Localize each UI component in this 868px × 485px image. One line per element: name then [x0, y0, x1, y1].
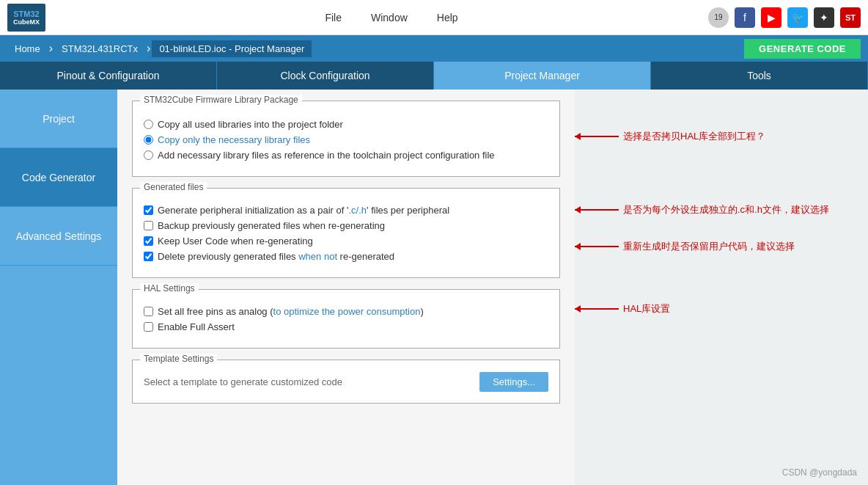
template-row: Select a template to generate customized…: [144, 372, 548, 392]
tab-clock[interactable]: Clock Configuration: [217, 62, 434, 90]
menu-window[interactable]: Window: [371, 12, 408, 23]
facebook-icon[interactable]: f: [735, 7, 755, 28]
gen-option-4: Delete previously generated files when n…: [144, 251, 548, 262]
gen-checkbox-1[interactable]: [144, 205, 153, 215]
main-layout: Project Code Generator Advanced Settings…: [0, 90, 868, 485]
menu-bar: STM32 CubeMX File Window Help 19 f ▶ 🐦 ✦…: [0, 0, 868, 35]
sidebar-item-project[interactable]: Project: [0, 90, 117, 148]
annotation-3: 重新生成时是否保留用户代码，建议选择: [575, 240, 795, 253]
firmware-group: STM32Cube Firmware Library Package Copy …: [132, 101, 560, 177]
breadcrumb-home[interactable]: Home: [7, 40, 48, 57]
logo-stm: STM32: [13, 10, 39, 18]
content-area: STM32Cube Firmware Library Package Copy …: [117, 90, 575, 485]
gen-option-1: Generate peripheral initialization as a …: [144, 205, 548, 216]
annotation-3-text: 重新生成时是否保留用户代码，建议选择: [623, 240, 795, 253]
hal-checkbox-1[interactable]: [144, 307, 153, 316]
tab-pinout[interactable]: Pinout & Configuration: [0, 62, 217, 90]
hal-group-title: HAL Settings: [140, 283, 199, 293]
annotation-1-text: 选择是否拷贝HAL库全部到工程？: [623, 130, 765, 143]
annotation-4: HAL库设置: [575, 302, 670, 316]
template-group: Template Settings Select a template to g…: [132, 360, 560, 404]
hal-checkbox-2[interactable]: [144, 322, 153, 332]
gen-label-4[interactable]: Delete previously generated files when n…: [158, 251, 394, 262]
tab-tools[interactable]: Tools: [651, 62, 868, 90]
logo-cube: CubeMX: [13, 18, 40, 26]
menu-items: File Window Help: [75, 12, 708, 23]
sidebar-item-advanced-settings[interactable]: Advanced Settings: [0, 207, 117, 266]
generate-code-button[interactable]: GENERATE CODE: [744, 39, 861, 59]
content-and-annotations: STM32Cube Firmware Library Package Copy …: [117, 90, 868, 485]
hal-group: HAL Settings Set all free pins as analog…: [132, 289, 560, 349]
gen-checkbox-4[interactable]: [144, 252, 153, 261]
menu-help[interactable]: Help: [437, 12, 458, 23]
logo-area: STM32 CubeMX: [7, 4, 45, 32]
gen-label-1[interactable]: Generate peripheral initialization as a …: [158, 205, 449, 216]
tab-bar: Pinout & Configuration Clock Configurati…: [0, 62, 868, 90]
annotation-4-text: HAL库设置: [623, 302, 670, 316]
social-icons: 19 f ▶ 🐦 ✦ ST: [708, 7, 861, 28]
hal-label-1[interactable]: Set all free pins as analog (to optimize…: [158, 306, 424, 317]
logo: STM32 CubeMX: [7, 4, 45, 32]
annotations-panel: 选择是否拷贝HAL库全部到工程？ 是否为每个外设生成独立的.c和.h文件，建议选…: [575, 90, 868, 485]
generated-files-group: Generated files Generate peripheral init…: [132, 188, 560, 278]
sidebar-item-code-generator[interactable]: Code Generator: [0, 148, 117, 207]
breadcrumb-bar: Home › STM32L431RCTx › 01-blinkLED.ioc -…: [0, 35, 868, 62]
gen-option-2: Backup previously generated files when r…: [144, 220, 548, 231]
firmware-option-1: Copy all used libraries into the project…: [144, 119, 548, 130]
firmware-radio-1[interactable]: [144, 120, 153, 129]
gen-label-2[interactable]: Backup previously generated files when r…: [158, 220, 385, 231]
gen-checkbox-3[interactable]: [144, 236, 153, 246]
firmware-label-3[interactable]: Add necessary library files as reference…: [158, 150, 495, 161]
firmware-group-title: STM32Cube Firmware Library Package: [140, 95, 302, 105]
template-description: Select a template to generate customized…: [144, 376, 472, 387]
firmware-radio-3[interactable]: [144, 150, 153, 160]
breadcrumb-device[interactable]: STM32L431RCTx: [54, 40, 145, 57]
hal-label-2[interactable]: Enable Full Assert: [158, 321, 235, 332]
hal-option-2: Enable Full Assert: [144, 321, 548, 332]
firmware-label-2[interactable]: Copy only the necessary library files: [158, 134, 310, 145]
breadcrumb-arrow-1: ›: [49, 42, 53, 55]
twitter-icon[interactable]: 🐦: [787, 7, 808, 28]
youtube-icon[interactable]: ▶: [761, 7, 781, 28]
watermark: CSDN @yongdada: [782, 467, 857, 478]
template-group-title: Template Settings: [140, 354, 217, 364]
firmware-option-2: Copy only the necessary library files: [144, 134, 548, 145]
version-icon: 19: [708, 7, 729, 28]
gen-label-3[interactable]: Keep User Code when re-generating: [158, 236, 313, 247]
network-icon[interactable]: ✦: [814, 7, 834, 28]
gen-checkbox-2[interactable]: [144, 221, 153, 230]
firmware-option-3: Add necessary library files as reference…: [144, 150, 548, 161]
annotation-1: 选择是否拷贝HAL库全部到工程？: [575, 130, 765, 143]
st-icon[interactable]: ST: [840, 7, 861, 28]
gen-option-3: Keep User Code when re-generating: [144, 236, 548, 247]
hal-option-1: Set all free pins as analog (to optimize…: [144, 306, 548, 317]
template-settings-button[interactable]: Settings...: [479, 372, 548, 392]
annotation-2: 是否为每个外设生成独立的.c和.h文件，建议选择: [575, 203, 829, 216]
firmware-radio-2[interactable]: [144, 135, 153, 145]
breadcrumb-arrow-2: ›: [147, 42, 150, 55]
breadcrumb-project[interactable]: 01-blinkLED.ioc - Project Manager: [152, 40, 312, 57]
annotation-2-text: 是否为每个外设生成独立的.c和.h文件，建议选择: [623, 203, 829, 216]
menu-file[interactable]: File: [325, 12, 342, 23]
firmware-label-1[interactable]: Copy all used libraries into the project…: [158, 119, 343, 130]
tab-project-manager[interactable]: Project Manager: [434, 62, 651, 90]
sidebar: Project Code Generator Advanced Settings: [0, 90, 117, 485]
generated-files-title: Generated files: [140, 182, 207, 192]
